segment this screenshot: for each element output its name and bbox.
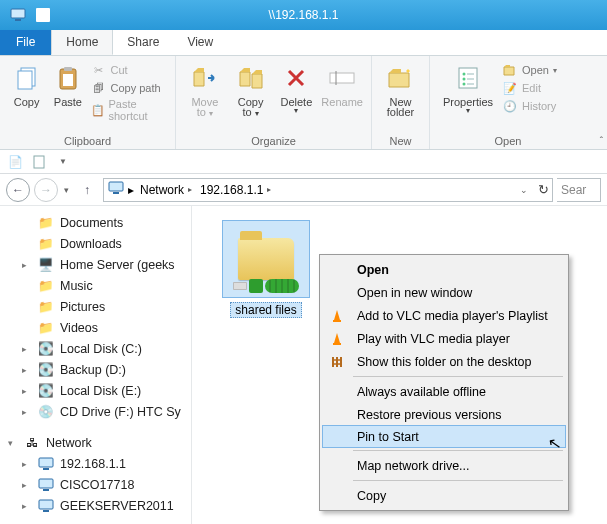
tree-node-pictures[interactable]: 📁Pictures [0,296,191,317]
new-folder-icon [385,62,417,94]
shared-folder-label: shared files [230,302,301,318]
shared-folder-icon [222,220,310,298]
menu-copy[interactable]: Copy [323,484,565,507]
properties-icon [452,62,484,94]
up-button[interactable]: ↑ [75,178,99,202]
paste-icon [52,62,84,94]
tree-node-cddrive[interactable]: ▸💿CD Drive (F:) HTC Sy [0,401,191,422]
tree-node-music[interactable]: 📁Music [0,275,191,296]
crumb-network[interactable]: Network▸ [138,183,194,197]
menu-play-vlc[interactable]: Play with VLC media player [323,327,565,350]
tree-node-videos[interactable]: 📁Videos [0,317,191,338]
menu-separator [353,480,563,481]
back-button[interactable]: ← [6,178,30,202]
tab-file[interactable]: File [0,29,51,55]
qat-dropdown-icon[interactable]: ▼ [54,153,72,171]
paste-shortcut-icon: 📋 [91,102,105,118]
cut-button[interactable]: ✂Cut [91,62,167,78]
delete-icon [280,62,312,94]
tree-node-locale[interactable]: ▸💽Local Disk (E:) [0,380,191,401]
svg-rect-20 [43,468,49,470]
cut-icon: ✂ [91,62,107,78]
nav-tree[interactable]: 📁Documents 📁Downloads ▸🖥️Home Server (ge… [0,206,192,524]
svg-rect-7 [330,73,354,83]
search-input[interactable]: Sear [557,178,601,202]
svg-rect-23 [39,500,53,509]
paste-shortcut-button[interactable]: 📋Paste shortcut [91,98,167,122]
tree-node-geek[interactable]: ▸GEEKSERVER2011 [0,495,191,516]
copy-icon [11,62,43,94]
move-to-button[interactable]: Move to ▾ [184,60,226,118]
svg-rect-26 [333,343,341,345]
address-bar[interactable]: ▸ Network▸ 192.168.1.1▸ ⌄ ↻ [103,178,553,202]
menu-always-offline[interactable]: Always available offline [323,380,565,403]
qat-dropdown[interactable] [36,8,50,22]
menu-map-drive[interactable]: Map network drive... [323,454,565,477]
refresh-button[interactable]: ↻ [534,182,552,197]
fences-icon [327,355,347,369]
ribbon-tabs: File Home Share View [0,30,607,56]
crumb-ip[interactable]: 192.168.1.1▸ [198,183,273,197]
ribbon-group-open: Properties ▾ Open ▾ 📝Edit 🕘History Open [430,56,586,149]
qat-properties-icon[interactable] [30,153,48,171]
tree-node-documents[interactable]: 📁Documents [0,212,191,233]
tree-node-ip[interactable]: ▸192.168.1.1 [0,453,191,474]
shared-folder-item[interactable]: shared files [216,220,316,318]
qat-new-icon[interactable]: 📄 [6,153,24,171]
new-folder-button[interactable]: New folder [380,60,421,118]
menu-add-vlc[interactable]: Add to VLC media player's Playlist [323,304,565,327]
svg-rect-16 [34,156,44,168]
svg-rect-19 [39,458,53,467]
tab-view[interactable]: View [173,29,227,55]
history-button[interactable]: 🕘History [502,98,557,114]
pc-icon [38,498,54,514]
tree-node-backup[interactable]: ▸💽Backup (D:) [0,359,191,380]
svg-rect-24 [43,510,49,512]
copy-button[interactable]: Copy [8,60,45,108]
menu-pin-to-start[interactable]: Pin to Start [322,425,566,448]
quick-access-toolbar: 📄 ▼ [0,150,607,174]
tree-node-network[interactable]: ▾🖧Network [0,432,191,453]
rename-button[interactable]: Rename [321,60,363,108]
paste-button[interactable]: Paste [49,60,86,108]
svg-rect-3 [18,71,32,89]
ribbon-group-clipboard: Copy Paste ✂Cut 🗐Copy path 📋Paste shortc… [0,56,176,149]
delete-button[interactable]: Delete ▾ [276,60,318,115]
forward-button[interactable]: → [34,178,58,202]
menu-open-new-window[interactable]: Open in new window [323,281,565,304]
edit-button[interactable]: 📝Edit [502,80,557,96]
move-to-icon [189,62,221,94]
tree-node-cisco[interactable]: ▸CISCO17718 [0,474,191,495]
tab-share[interactable]: Share [113,29,173,55]
open-button[interactable]: Open ▾ [502,62,557,78]
drive-icon: 💽 [38,383,54,399]
menu-restore-versions[interactable]: Restore previous versions [323,403,565,426]
menu-show-desktop[interactable]: Show this folder on the desktop [323,350,565,373]
history-icon: 🕘 [502,98,518,114]
tree-node-localc[interactable]: ▸💽Local Disk (C:) [0,338,191,359]
vlc-icon [327,332,347,346]
address-history-dropdown[interactable]: ⌄ [520,185,528,195]
address-pc-icon [108,181,124,198]
menu-open[interactable]: Open [323,258,565,281]
copy-to-icon [235,62,267,94]
recent-dropdown[interactable]: ▾ [64,185,69,195]
svg-rect-0 [11,9,25,18]
properties-button[interactable]: Properties ▾ [438,60,498,115]
window-title: \\192.168.1.1 [0,8,607,22]
svg-rect-22 [43,489,49,491]
ribbon-collapse[interactable]: ˆ [600,136,603,147]
tree-node-downloads[interactable]: 📁Downloads [0,233,191,254]
svg-point-12 [463,83,466,86]
videos-icon: 📁 [38,320,54,336]
open-icon [502,62,518,78]
svg-rect-18 [113,192,119,194]
copy-path-button[interactable]: 🗐Copy path [91,80,167,96]
window-icon [0,8,36,22]
tree-node-homeserver[interactable]: ▸🖥️Home Server (geeks [0,254,191,275]
tab-home[interactable]: Home [51,29,113,55]
copy-to-button[interactable]: Copy to ▾ [230,60,272,118]
server-icon: 🖥️ [38,257,54,273]
svg-point-10 [463,73,466,76]
svg-point-11 [463,78,466,81]
